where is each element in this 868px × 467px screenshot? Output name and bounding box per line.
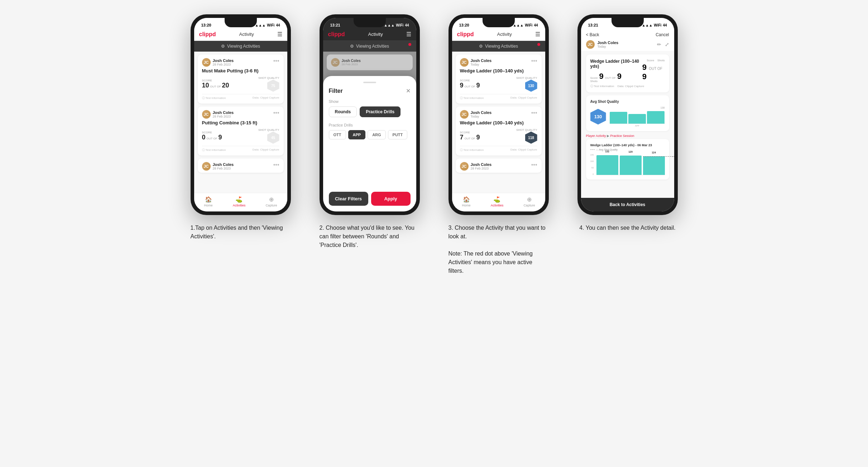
phone-2-screen: 13:21 ▲▲▲ WiFi 44 clippd Activity ☰ ⚙ [323, 18, 416, 211]
app-logo-3: clippd [457, 31, 474, 38]
app-logo-1: clippd [199, 31, 216, 38]
out-of-label-4: OUT OF [605, 76, 616, 80]
score-value-3-1: 9 [460, 82, 464, 89]
activities-icon-3: ⛳ [493, 196, 500, 203]
activity-card-1-2[interactable]: JC Josh Coles 28 Feb 2023 ••• Putting Co… [198, 106, 284, 156]
nav-capture-label-1: Capture [265, 204, 277, 207]
activity-card-1-1[interactable]: JC Josh Coles 28 Feb 2023 ••• Must Make … [198, 54, 284, 104]
activities-icon-1: ⛳ [235, 196, 243, 203]
status-time-1: 13:20 [201, 23, 211, 27]
phone-column-3: 13:20 ▲▲▲ WiFi 44 clippd Activity ☰ ⚙ [441, 14, 556, 275]
clear-filters-button[interactable]: Clear Filters [329, 192, 368, 206]
nav-activities-label-1: Activities [233, 204, 246, 207]
filter-icon-3: ⚙ [479, 44, 483, 49]
avatar-3-3: JC [460, 162, 469, 171]
sq-label-1-1: Shot Quality [258, 76, 279, 80]
edit-icon[interactable]: ✏ [657, 42, 661, 47]
user-date-3-1: Today [471, 63, 492, 66]
sq-area-4: Score Shots 9 OUT OF 9 [642, 59, 665, 81]
detail-card-top: Wedge Ladder (100–140 yds) Score Shots 9… [590, 59, 665, 83]
nav-capture-1[interactable]: ⊕ Capture [265, 196, 277, 207]
back-to-activities-button[interactable]: Back to Activities [581, 198, 674, 211]
viewing-bar-2[interactable]: ⚙ Viewing Activities [323, 41, 416, 52]
dim-user-name: Josh Coles [342, 59, 361, 63]
nav-activities-3[interactable]: ⛳ Activities [491, 196, 504, 207]
sq-bar-1 [610, 112, 627, 124]
avatar-3-2: JC [460, 110, 469, 119]
dim-card: JC Josh Coles 28 Feb 2023 [327, 54, 413, 70]
app-header-2: clippd Activity ☰ [323, 29, 416, 41]
dots-1-2[interactable]: ••• [273, 110, 279, 116]
nav-activities-1[interactable]: ⛳ Activities [233, 196, 246, 207]
footer-right-3-2: Data: Clippd Capture [510, 148, 537, 152]
app-header-3: clippd Activity ☰ [452, 29, 545, 41]
chart-bars-group: 132 129 124 → 124 [596, 154, 665, 175]
chart-bars-container: 140 100 50 0 132 [590, 154, 665, 175]
detail-user-info: JC Josh Coles Today [586, 40, 619, 49]
detail-actions: ✏ ⤢ [657, 42, 669, 47]
red-dot-2 [408, 43, 411, 46]
toggle-group: Rounds Practice Drills [329, 106, 411, 117]
nav-home-3[interactable]: 🏠 Home [462, 196, 471, 207]
score-value-1-1: 10 [202, 82, 209, 89]
header-title-2: Activity [368, 32, 383, 37]
card-header-3-2: JC Josh Coles Today ••• [460, 110, 537, 119]
signal-icon-3: ▲▲▲ [513, 23, 524, 27]
app-drill[interactable]: APP [348, 130, 366, 139]
bar-value-3: 124 [652, 151, 656, 154]
sq-bar-2 [628, 114, 646, 124]
home-icon-1: 🏠 [205, 196, 212, 203]
phone-column-2: 13:21 ▲▲▲ WiFi 44 clippd Activity ☰ ⚙ [312, 14, 427, 275]
shots-value-1-2: 9 [219, 134, 222, 141]
rounds-toggle[interactable]: Rounds [329, 106, 357, 117]
back-button[interactable]: < Back [586, 32, 599, 37]
hamburger-icon-1[interactable]: ☰ [277, 31, 282, 38]
practice-drills-toggle[interactable]: Practice Drills [360, 106, 401, 117]
sq-value-display: 9 OUT OF 9 [642, 63, 665, 81]
status-icons-2: ▲▲▲ WiFi 44 [384, 23, 409, 27]
hamburger-icon-2[interactable]: ☰ [406, 31, 411, 38]
drills-label: Practice Drills [329, 123, 411, 127]
signal-icon-2: ▲▲▲ [384, 23, 395, 27]
viewing-bar-text-3: Viewing Activities [485, 44, 518, 49]
activity-card-3-1[interactable]: JC Josh Coles Today ••• Wedge Ladder (10… [456, 54, 542, 104]
dots-1-3[interactable]: ••• [273, 162, 279, 168]
user-row-1-2: JC Josh Coles 28 Feb 2023 [202, 110, 234, 119]
phone-1-screen: 13:20 ▲▲▲ WiFi 44 clippd Activity ☰ ⚙ [194, 18, 287, 211]
dim-user-date: 28 Feb 2023 [342, 63, 361, 66]
dots-3-3[interactable]: ••• [531, 162, 537, 168]
status-icons-4: ▲▲▲ WiFi 44 [642, 23, 667, 27]
ott-drill[interactable]: OTT [329, 130, 346, 139]
viewing-bar-3[interactable]: ⚙ Viewing Activities [452, 41, 545, 52]
nav-home-1[interactable]: 🏠 Home [204, 196, 213, 207]
activity-card-1-3: JC Josh Coles 28 Feb 2023 ••• [198, 158, 284, 173]
shots-value-1-1: 20 [222, 82, 229, 89]
sq-display-row: 130 130 APP [590, 106, 665, 127]
dots-1-1[interactable]: ••• [273, 58, 279, 64]
dots-3-1[interactable]: ••• [531, 58, 537, 64]
modal-close-button[interactable]: ✕ [406, 87, 411, 94]
nav-activities-label-3: Activities [491, 204, 504, 207]
expand-icon[interactable]: ⤢ [665, 42, 669, 47]
putt-drill[interactable]: PUTT [388, 130, 408, 139]
phone-4: 13:21 ▲▲▲ WiFi 44 < Back Cancel [577, 14, 678, 215]
card-title-1-1: Must Make Putting (3-6 ft) [202, 68, 279, 73]
stats-row-1-2: Score 0 OUT OF 9 Shot Quality 4 [202, 128, 279, 144]
dots-3-2[interactable]: ••• [531, 110, 537, 116]
nav-capture-3[interactable]: ⊕ Capture [523, 196, 535, 207]
viewing-bar-1[interactable]: ⚙ Viewing Activities [194, 41, 287, 52]
user-info-3-3: Josh Coles 28 Feb 2023 [471, 162, 492, 170]
arg-drill[interactable]: ARG [368, 130, 385, 139]
activity-card-3-2[interactable]: JC Josh Coles Today ••• Wedge Ladder (10… [456, 106, 542, 156]
stat-score-1-1: Score 10 OUT OF 20 [202, 79, 229, 89]
cancel-button[interactable]: Cancel [656, 32, 669, 37]
apply-button[interactable]: Apply [371, 192, 411, 206]
score-label-4: Score [590, 76, 598, 80]
modal-title: Filter [329, 88, 343, 94]
user-info-3-1: Josh Coles Today [471, 58, 492, 66]
stats-row-1-1: Score 10 OUT OF 20 Shot Quality [202, 76, 279, 92]
user-info-4: Josh Coles Today [598, 40, 619, 48]
detail-score-area: Score Shots 9 OUT OF 9 [590, 72, 642, 83]
caption-1: 1.Tap on Activities and then 'Viewing Ac… [191, 224, 291, 241]
hamburger-icon-3[interactable]: ☰ [535, 31, 540, 38]
